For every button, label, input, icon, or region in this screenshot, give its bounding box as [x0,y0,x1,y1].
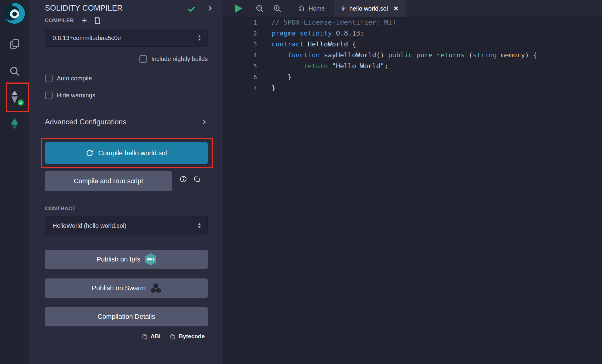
bytecode-label: Bytecode [179,333,205,340]
editor-area: Home hello world.sol ✕ 1// SPDX-License-… [223,0,602,364]
contract-section-label: CONTRACT [45,206,76,212]
zoom-out-icon [255,4,264,13]
search-icon [9,66,20,77]
deploy-run-tool-button[interactable] [0,115,29,133]
ipfs-icon-text: IPFS [147,258,155,261]
publish-ipfs-label: Publish on Ipfs [97,255,140,263]
copy-run-script-icon[interactable] [193,175,200,184]
remix-logo[interactable] [2,1,27,25]
publish-on-ipfs-button[interactable]: Publish on Ipfs IPFS [45,250,208,269]
code-text: return "Hello World"; [272,62,388,70]
contract-select[interactable]: HelloWorld (hello world.sol) [45,216,208,235]
compile-and-run-label: Compile and Run script [74,177,143,185]
advanced-configurations-label: Advanced Configurations [45,118,126,126]
code-text: function sayHelloWorld() public pure ret… [272,51,537,59]
run-script-play-button[interactable] [235,4,242,13]
code-text: } [272,84,275,92]
hide-warnings-label: Hide warnings [57,92,95,99]
compile-and-run-button[interactable]: Compile and Run script [45,171,172,191]
code-editor[interactable]: 1// SPDX-License-Identifier: MIT2pragma … [223,17,602,364]
file-explorer-tool-button[interactable] [0,35,29,53]
zoom-in-button[interactable] [273,4,282,13]
hide-warnings-checkbox[interactable] [45,92,53,99]
auto-compile-checkbox[interactable] [45,75,53,82]
remix-logo-icon [2,1,27,25]
publish-on-swarm-button[interactable]: Publish on Swarm [45,278,208,298]
compile-button[interactable]: Compile hello world.sol [45,142,208,164]
compiler-version-value: 0.8.13+commit.abaa5c0e [53,35,121,42]
select-caret-icon [197,222,201,229]
compile-button-label: Compile hello world.sol [98,149,167,157]
line-number: 5 [223,61,257,72]
publish-swarm-label: Publish on Swarm [92,284,145,292]
abi-bytecode-row: ABI Bytecode [142,333,205,340]
compile-success-badge [17,99,24,106]
panel-title: SOLIDITY COMPILER [45,4,123,12]
include-nightly-checkbox[interactable] [139,55,147,63]
activity-icon-bar [0,0,29,364]
editor-tabbar: Home hello world.sol ✕ [223,0,602,17]
zoom-in-icon [273,4,282,13]
swarm-icon [151,283,161,293]
zoom-out-button[interactable] [255,4,264,13]
include-nightly-label: Include nightly builds [151,56,208,62]
compiler-section-header: COMPILER [45,17,101,24]
compiler-version-select[interactable]: 0.8.13+commit.abaa5c0e [45,29,208,47]
auto-compile-row: Auto compile [45,75,92,82]
ethereum-deploy-icon [9,118,20,130]
home-icon [298,5,305,12]
compilation-details-label: Compilation Details [97,313,155,321]
tab-home-label: Home [309,5,325,12]
code-line: 5 return "Hello World"; [223,61,602,72]
code-text: } [272,73,292,81]
code-text: contract HelloWorld { [272,40,356,48]
include-nightly-row: Include nightly builds [45,55,208,63]
add-compiler-icon[interactable] [80,17,88,24]
auto-compile-label: Auto compile [57,75,92,82]
tab-hello-world-sol[interactable]: hello world.sol ✕ [333,0,406,17]
advanced-configurations-toggle[interactable]: Advanced Configurations [45,118,208,126]
code-line: 6 } [223,72,602,83]
solidity-file-icon [341,5,346,12]
copy-icon [142,333,148,340]
tab-close-icon[interactable]: ✕ [393,5,398,12]
tab-active-label: hello world.sol [349,5,388,12]
copy-icon [169,333,176,340]
code-line: 4 function sayHelloWorld() public pure r… [223,50,602,61]
code-line: 1// SPDX-License-Identifier: MIT [223,17,602,28]
line-number: 1 [223,17,257,28]
hide-warnings-row: Hide warnings [45,92,95,99]
line-number: 2 [223,28,257,39]
chevron-right-icon [200,118,208,126]
line-number: 3 [223,39,257,50]
check-icon [19,101,23,105]
refresh-icon [86,149,94,157]
compilation-details-button[interactable]: Compilation Details [45,307,208,326]
copy-bytecode-button[interactable]: Bytecode [169,333,205,340]
ipfs-icon: IPFS [145,253,156,265]
select-caret-icon [197,35,201,41]
code-text: pragma solidity 0.8.13; [272,29,364,37]
search-tool-button[interactable] [0,62,29,80]
panel-collapse-chevron-icon[interactable] [206,4,214,13]
code-line: 2pragma solidity 0.8.13; [223,28,602,39]
code-text: // SPDX-License-Identifier: MIT [272,19,396,26]
copy-abi-button[interactable]: ABI [142,333,161,340]
compile-status-check-icon [187,4,196,15]
solidity-compiler-tool-button[interactable] [0,88,29,106]
line-number: 6 [223,72,257,83]
code-line: 3contract HelloWorld { [223,39,602,50]
files-icon [9,38,20,50]
abi-label: ABI [151,333,161,340]
solidity-compiler-panel: SOLIDITY COMPILER COMPILER 0.8.13+commit… [29,0,223,364]
compiler-section-label: COMPILER [45,18,74,24]
info-icon[interactable] [180,175,187,184]
line-number: 4 [223,50,257,61]
contract-select-value: HelloWorld (hello world.sol) [53,222,126,229]
code-line: 7} [223,83,602,93]
line-number: 7 [223,83,257,93]
open-compiler-file-icon[interactable] [94,17,101,24]
tab-home[interactable]: Home [289,0,333,17]
